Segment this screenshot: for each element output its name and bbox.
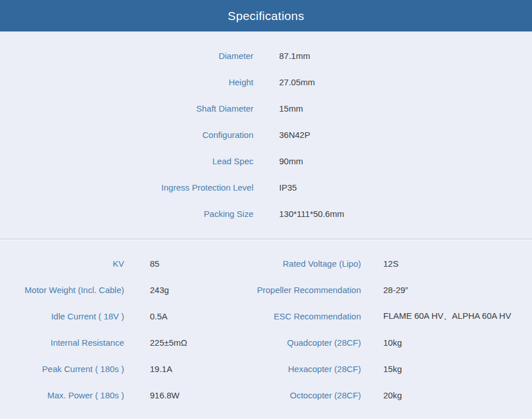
spec-row-weight-propeller: Motor Weight (Incl. Cable) 243g Propelle… (0, 276, 532, 303)
spec-label: Quadcopter (28CF) (237, 338, 361, 347)
spec-label: Propeller Recommendation (237, 285, 361, 295)
spec-row-idle-current-esc: Idle Current ( 18V ) 0.5A ESC Recommenda… (0, 303, 532, 329)
spec-value: 916.8W (124, 390, 237, 400)
page-title: Specifications (228, 9, 304, 23)
spec-row-configuration: Configuration 36N42P (0, 121, 532, 148)
spec-label: Height (0, 77, 253, 87)
specifications-header: Specifications (0, 0, 532, 31)
spec-value: 10kg (361, 338, 532, 347)
performance-specs-section: KV 85 Rated Voltage (Lipo) 12S Motor Wei… (0, 239, 532, 408)
spec-label: Shaft Diameter (0, 104, 253, 113)
spec-value: 85 (124, 259, 237, 268)
spec-row-resistance-quadcopter: Internal Resistance 225±5mΩ Quadcopter (… (0, 329, 532, 355)
spec-label: Rated Voltage (Lipo) (237, 259, 361, 268)
spec-value: 28-29” (361, 285, 532, 295)
spec-row-diameter: Diameter 87.1mm (0, 42, 532, 69)
spec-label: Lead Spec (0, 156, 253, 166)
spec-value: 36N42P (253, 130, 532, 140)
spec-label: Diameter (0, 51, 253, 61)
spec-label: Max. Power ( 180s ) (0, 390, 124, 400)
spec-label: Ingress Protection Level (0, 183, 253, 192)
spec-value: 0.5A (124, 311, 237, 321)
spec-row-height: Height 27.05mm (0, 69, 532, 95)
spec-value: 90mm (253, 156, 532, 166)
spec-value: 15kg (361, 364, 532, 374)
spec-row-max-power-octocopter: Max. Power ( 180s ) 916.8W Octocopter (2… (0, 382, 532, 408)
spec-row-peak-current-hexacopter: Peak Current ( 180s ) 19.1A Hexacopter (… (0, 355, 532, 382)
spec-value: 15mm (253, 104, 532, 113)
specifications-page: Specifications Diameter 87.1mm Height 27… (0, 0, 532, 419)
spec-value: 20kg (361, 390, 532, 400)
spec-row-kv-voltage: KV 85 Rated Voltage (Lipo) 12S (0, 250, 532, 276)
spec-value: IP35 (253, 183, 532, 192)
spec-label: ESC Recommendation (237, 311, 361, 321)
spec-row-lead-spec: Lead Spec 90mm (0, 148, 532, 174)
spec-value: 27.05mm (253, 77, 532, 87)
spec-label: Internal Resistance (0, 338, 124, 347)
spec-value: FLAME 60A HV、ALPHA 60A HV (361, 311, 532, 322)
spec-label: Octocopter (28CF) (237, 390, 361, 400)
spec-label: Peak Current ( 180s ) (0, 364, 124, 374)
spec-row-ingress-protection: Ingress Protection Level IP35 (0, 174, 532, 200)
spec-row-shaft-diameter: Shaft Diameter 15mm (0, 95, 532, 121)
spec-value: 87.1mm (253, 51, 532, 61)
spec-label: Hexacopter (28CF) (237, 364, 361, 374)
spec-label: Configuration (0, 130, 253, 140)
spec-value: 19.1A (124, 364, 237, 374)
spec-value: 130*111*50.6mm (253, 209, 532, 219)
spec-row-packing-size: Packing Size 130*111*50.6mm (0, 200, 532, 227)
spec-label: KV (0, 259, 124, 268)
general-specs-section: Diameter 87.1mm Height 27.05mm Shaft Dia… (0, 31, 532, 239)
spec-label: Packing Size (0, 209, 253, 219)
spec-label: Idle Current ( 18V ) (0, 311, 124, 321)
spec-value: 12S (361, 259, 532, 268)
spec-label: Motor Weight (Incl. Cable) (0, 285, 124, 295)
spec-value: 243g (124, 285, 237, 295)
spec-value: 225±5mΩ (124, 338, 237, 347)
